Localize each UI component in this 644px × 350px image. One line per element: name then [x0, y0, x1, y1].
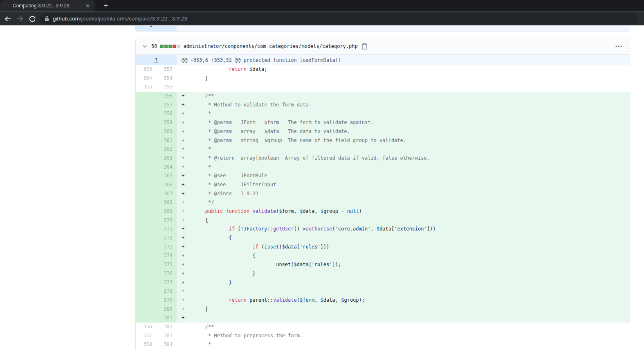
code-line: + * @since 3.9.23 — [177, 190, 630, 199]
browser-tab[interactable]: Comparing 3.9.22...3.9.23 ✕ — [0, 0, 95, 11]
new-line-number: 366 — [156, 181, 177, 190]
new-line-number: 377 — [156, 278, 177, 287]
old-line-number — [136, 163, 156, 172]
diff-row: 353353 return $data; — [136, 65, 630, 74]
old-line-number — [136, 109, 156, 118]
new-line-number: 363 — [156, 154, 177, 163]
old-line-number: 358 — [136, 340, 156, 349]
code-line — [177, 83, 630, 92]
reload-icon — [28, 15, 36, 23]
code-line: + { — [177, 251, 630, 260]
old-line-number — [136, 296, 156, 305]
file-header: 50 administrator/components/com_categori… — [136, 38, 630, 55]
diff-row: 368+ */ — [136, 198, 630, 207]
new-line-number: 365 — [156, 172, 177, 181]
diffstat-square — [160, 45, 164, 48]
diff-row: 374+ { — [136, 251, 630, 260]
new-tab-button[interactable]: + — [100, 0, 112, 11]
code-line: } — [177, 74, 630, 83]
previous-hunk-gutter — [136, 26, 177, 31]
diffstat-square — [164, 45, 168, 48]
new-line-number: 383 — [156, 332, 177, 341]
old-line-number — [136, 92, 156, 101]
file-options-button[interactable] — [615, 45, 622, 47]
diff-row: 378+ — [136, 287, 630, 296]
code-line: + return parent::validate($form, $data, … — [177, 296, 630, 305]
new-line-number: 374 — [156, 251, 177, 260]
collapse-file-button[interactable] — [142, 44, 147, 49]
new-line-number: 367 — [156, 190, 177, 199]
diff-row: 355355 — [136, 83, 630, 92]
new-line-number: 371 — [156, 225, 177, 234]
url-bar[interactable]: github.com/joomla/joomla-cms/compare/3.9… — [40, 13, 637, 25]
code-line: + * Method to validate the form data. — [177, 101, 630, 110]
code-line: * — [177, 340, 630, 349]
old-line-number — [136, 305, 156, 314]
old-line-number — [136, 101, 156, 110]
diff-row: 372+ { — [136, 234, 630, 243]
code-line: + */ — [177, 198, 630, 207]
copy-path-button[interactable] — [362, 43, 367, 50]
code-line: + } — [177, 269, 630, 278]
expand-hunk-button[interactable] — [136, 55, 177, 65]
tab-strip: Comparing 3.9.22...3.9.23 ✕ + — [0, 0, 644, 11]
old-line-number — [136, 145, 156, 154]
new-line-number: 354 — [156, 74, 177, 83]
new-line-number: 382 — [156, 323, 177, 332]
url-text: github.com/joomla/joomla-cms/compare/3.9… — [53, 16, 187, 22]
back-button[interactable] — [2, 13, 14, 25]
code-line: + { — [177, 234, 630, 243]
diff-row: 363+ * @return array|boolean Array of fi… — [136, 154, 630, 163]
new-line-number: 368 — [156, 198, 177, 207]
diff-row: 373+ if (isset($data['rules'])) — [136, 243, 630, 252]
expand-up-icon — [153, 57, 159, 63]
diff-file-card: 50 administrator/components/com_categori… — [135, 38, 630, 350]
lock-icon — [44, 16, 49, 22]
code-line: + unset($data['rules']); — [177, 260, 630, 269]
old-line-number — [136, 181, 156, 190]
old-line-number — [136, 260, 156, 269]
diff-row: 361+ * @param string $group The name of … — [136, 136, 630, 145]
new-line-number: 375 — [156, 260, 177, 269]
url-host: github.com — [53, 16, 80, 22]
new-line-number: 376 — [156, 269, 177, 278]
file-path: administrator/components/com_categories/… — [183, 43, 357, 49]
diff-row: 366+ * @see JFilterInput — [136, 181, 630, 190]
old-line-number — [136, 234, 156, 243]
diff-row: 376+ } — [136, 269, 630, 278]
new-line-number: 359 — [156, 118, 177, 127]
code-line: + * — [177, 145, 630, 154]
new-line-number: 362 — [156, 145, 177, 154]
old-line-number — [136, 287, 156, 296]
previous-file-card-bottom — [135, 26, 630, 32]
old-line-number — [136, 251, 156, 260]
diff-row: 362+ * — [136, 145, 630, 154]
old-line-number — [136, 172, 156, 181]
diff-row: 358384 * — [136, 340, 630, 349]
diff-row: 358+ * — [136, 109, 630, 118]
new-line-number: 378 — [156, 287, 177, 296]
browser-toolbar: github.com/joomla/joomla-cms/compare/3.9… — [0, 11, 644, 25]
new-line-number: 353 — [156, 65, 177, 74]
tab-title: Comparing 3.9.22...3.9.23 — [13, 3, 84, 9]
code-line: + * @return array|boolean Array of filte… — [177, 154, 630, 163]
back-icon — [4, 15, 12, 23]
old-line-number: 353 — [136, 65, 156, 74]
forward-button[interactable] — [14, 13, 26, 25]
reload-button[interactable] — [26, 13, 38, 25]
code-line: + * — [177, 163, 630, 172]
diff-row: 364+ * — [136, 163, 630, 172]
old-line-number: 356 — [136, 323, 156, 332]
code-line: + * @param array $data The data to valid… — [177, 127, 630, 136]
diff-row: 370+ { — [136, 216, 630, 225]
old-line-number — [136, 314, 156, 323]
diff-row: 356+ /** — [136, 92, 630, 101]
new-line-number: 357 — [156, 101, 177, 110]
tab-close-icon[interactable]: ✕ — [84, 2, 91, 9]
diff-row: 357+ * Method to validate the form data. — [136, 101, 630, 110]
code-line: + { — [177, 216, 630, 225]
diffstat-square — [173, 45, 176, 48]
new-line-number: 355 — [156, 83, 177, 92]
old-line-number — [136, 154, 156, 163]
code-line: * Method to preprocess the form. — [177, 332, 630, 341]
